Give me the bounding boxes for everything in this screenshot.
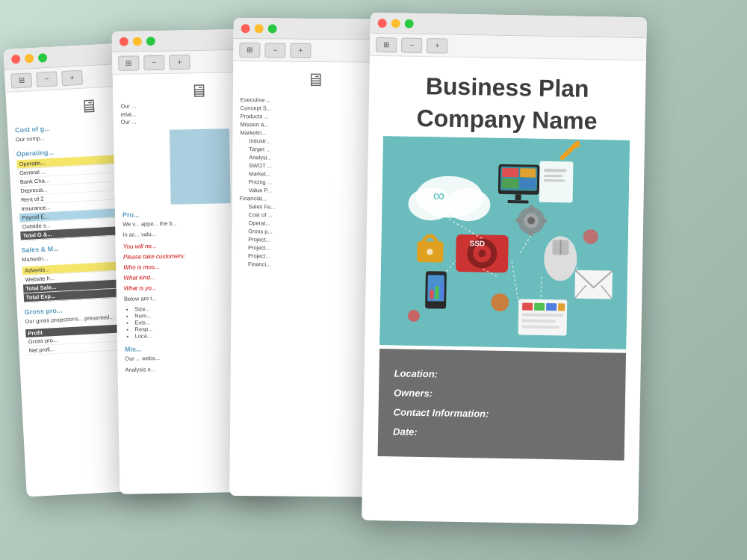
svg-rect-8 <box>544 179 565 181</box>
layout-btn-2[interactable]: ⊞ <box>118 55 139 70</box>
zoom-in-btn-1[interactable]: + <box>61 69 83 85</box>
svg-rect-17 <box>515 194 521 200</box>
zoom-in-btn-4[interactable]: + <box>427 38 447 53</box>
svg-rect-7 <box>544 175 562 177</box>
monitor-icon-3: 🖥 <box>241 69 390 91</box>
svg-rect-40 <box>440 282 444 299</box>
svg-rect-47 <box>546 303 557 311</box>
zoom-in-btn-3[interactable]: + <box>290 43 311 57</box>
profit-label: Profit <box>28 329 43 336</box>
svg-rect-24 <box>515 218 521 223</box>
row-label: Outside s... <box>22 222 51 230</box>
maximize-button-2[interactable] <box>146 37 155 46</box>
minimize-button-1[interactable] <box>25 54 34 63</box>
row-label: General ... <box>19 168 46 176</box>
svg-text:∞: ∞ <box>433 186 444 205</box>
svg-rect-13 <box>502 168 518 177</box>
blue-rectangle <box>170 128 231 204</box>
cover-image: ∞ <box>379 136 630 349</box>
svg-rect-48 <box>558 303 565 311</box>
svg-rect-45 <box>522 302 533 310</box>
svg-rect-15 <box>502 178 518 188</box>
svg-rect-22 <box>529 205 533 211</box>
row-label: Website h... <box>25 275 55 283</box>
row-label: Gross pro... <box>28 336 58 344</box>
date-label: Date: <box>393 422 610 445</box>
row-label: Operatin... <box>19 159 45 167</box>
zoom-out-btn-2[interactable]: − <box>143 55 164 69</box>
document-window-4: ⊞ − + Business Plan Company Name ∞ <box>362 13 647 525</box>
svg-rect-5 <box>539 161 574 203</box>
row-label: Deprecia... <box>20 186 48 194</box>
svg-rect-39 <box>435 286 438 299</box>
doc4-content: Business Plan Company Name ∞ <box>362 56 646 525</box>
minimize-button-2[interactable] <box>133 37 142 46</box>
svg-text:SSD: SSD <box>469 239 485 247</box>
zoom-in-btn-2[interactable]: + <box>169 55 190 69</box>
svg-rect-18 <box>508 200 529 203</box>
zoom-out-btn-4[interactable]: − <box>401 37 422 52</box>
zoom-out-btn-3[interactable]: − <box>264 43 285 57</box>
svg-rect-38 <box>430 290 433 299</box>
row-label: Total G &... <box>22 231 52 239</box>
svg-rect-14 <box>520 168 536 177</box>
layout-btn-4[interactable]: ⊞ <box>376 37 397 52</box>
minimize-button-4[interactable] <box>391 19 400 28</box>
close-button-4[interactable] <box>378 18 387 27</box>
row-label: Net profi... <box>28 346 55 354</box>
contact-label: Contact Information: <box>393 402 610 426</box>
svg-rect-46 <box>534 302 545 310</box>
svg-rect-23 <box>529 230 533 236</box>
row-label: Advertis... <box>25 266 50 274</box>
business-plan-title-line2: Company Name <box>383 104 630 137</box>
svg-rect-16 <box>520 178 536 188</box>
maximize-button-3[interactable] <box>268 24 277 33</box>
close-button-1[interactable] <box>11 55 21 64</box>
close-button-2[interactable] <box>120 37 128 46</box>
row-label: Rent of 2 <box>21 195 44 203</box>
row-label: Insurance... <box>21 204 51 212</box>
layout-btn-3[interactable]: ⊞ <box>239 43 260 57</box>
maximize-button-1[interactable] <box>38 53 48 63</box>
svg-rect-6 <box>544 169 566 172</box>
row-label: Payroll E... <box>22 213 49 221</box>
svg-rect-50 <box>522 319 556 323</box>
row-label: Bank Cha... <box>20 177 50 185</box>
layout-btn-1[interactable]: ⊞ <box>10 72 32 88</box>
minimize-button-3[interactable] <box>255 24 264 33</box>
row-label: Total Sale... <box>25 284 57 292</box>
cover-svg: ∞ <box>379 136 630 349</box>
bp-footer: Location: Owners: Contact Information: D… <box>378 349 626 461</box>
business-plan-title-line1: Business Plan <box>384 71 631 104</box>
close-button-3[interactable] <box>241 24 250 33</box>
svg-rect-25 <box>541 219 547 223</box>
maximize-button-4[interactable] <box>405 19 414 28</box>
zoom-out-btn-1[interactable]: − <box>36 71 58 87</box>
row-label: Total Exp... <box>26 293 56 301</box>
